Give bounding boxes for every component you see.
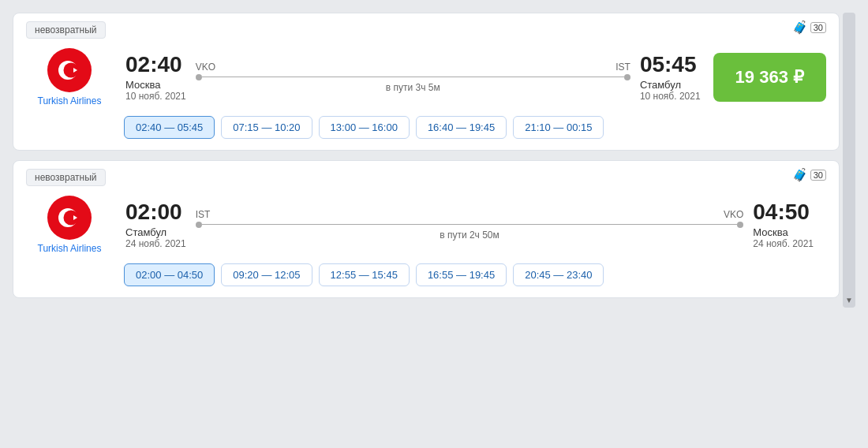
flight-times-row-1: 02:40 Москва 10 нояб. 2021 VKO IST xyxy=(125,53,701,102)
baggage-area-2: 🧳 30 xyxy=(780,161,839,182)
to-code-1: IST xyxy=(615,62,630,73)
route-middle-1: VKO IST в пути 3ч 5м xyxy=(186,62,640,93)
arrival-time-1: 05:45 xyxy=(640,53,701,77)
duration-1: в пути 3ч 5м xyxy=(386,82,440,93)
departure-date-2: 24 нояб. 2021 xyxy=(125,238,186,249)
airline-logo-1 xyxy=(47,48,92,92)
baggage-area-1: 🧳 30 xyxy=(780,13,839,35)
time-option-1-1[interactable]: 07:15 — 10:20 xyxy=(221,116,312,139)
page-wrapper: невозвратный 🧳 30 xyxy=(13,13,855,308)
airport-codes-1: VKO IST xyxy=(196,62,630,73)
baggage-num-1: 30 xyxy=(810,22,826,33)
arrival-block-1: 05:45 Стамбул 10 нояб. 2021 xyxy=(640,53,701,102)
route-dot-end-2 xyxy=(737,222,743,228)
from-code-2: IST xyxy=(196,209,211,220)
price-button-1[interactable]: 19 363 ₽ xyxy=(713,53,826,102)
time-option-1-4[interactable]: 21:10 — 00:15 xyxy=(513,116,604,139)
arrival-city-2: Москва xyxy=(753,226,814,238)
flight-options-2: 02:00 — 04:50 09:20 — 12:05 12:55 — 15:4… xyxy=(13,263,839,297)
airline-logo-2 xyxy=(47,196,92,240)
departure-block-1: 02:40 Москва 10 нояб. 2021 xyxy=(125,53,186,102)
flight-main-2: Turkish Airlines 02:00 Стамбул 24 нояб. … xyxy=(13,186,839,263)
route-line-2 xyxy=(196,222,744,228)
baggage-badge-2: 🧳 30 xyxy=(792,167,826,182)
flight-main-1: Turkish Airlines 02:40 Москва 10 нояб. 2… xyxy=(13,39,839,116)
route-dot-start-2 xyxy=(196,222,202,228)
time-option-2-4[interactable]: 20:45 — 23:40 xyxy=(513,263,604,286)
airline-info-1: Turkish Airlines xyxy=(26,48,113,106)
arrival-date-1: 10 нояб. 2021 xyxy=(640,91,701,102)
non-refundable-badge-2: невозвратный xyxy=(26,169,106,186)
time-option-1-3[interactable]: 16:40 — 19:45 xyxy=(416,116,507,139)
baggage-badge-1: 🧳 30 xyxy=(792,20,826,35)
departure-block-2: 02:00 Стамбул 24 нояб. 2021 xyxy=(125,200,186,249)
scrollbar: ▼ xyxy=(843,13,855,308)
time-option-2-3[interactable]: 16:55 — 19:45 xyxy=(416,263,507,286)
departure-time-2: 02:00 xyxy=(125,200,186,225)
airline-name-1: Turkish Airlines xyxy=(38,95,102,106)
right-section-1: 19 363 ₽ xyxy=(713,53,826,102)
duration-2: в пути 2ч 50м xyxy=(440,230,499,241)
baggage-num-2: 30 xyxy=(810,170,826,181)
route-middle-2: IST VKO в пути 2ч 50м xyxy=(186,209,754,241)
departure-city-1: Москва xyxy=(125,79,186,91)
arrival-city-1: Стамбул xyxy=(640,79,701,91)
route-dot-end-1 xyxy=(624,74,630,80)
scroll-down-arrow[interactable]: ▼ xyxy=(843,292,855,308)
time-option-1-0[interactable]: 02:40 — 05:45 xyxy=(124,116,215,139)
flight-options-1: 02:40 — 05:45 07:15 — 10:20 13:00 — 16:0… xyxy=(13,116,839,150)
time-option-2-1[interactable]: 09:20 — 12:05 xyxy=(221,263,312,286)
flight-details-2: 02:00 Стамбул 24 нояб. 2021 IST VKO xyxy=(125,200,814,249)
time-option-2-2[interactable]: 12:55 — 15:45 xyxy=(319,263,410,286)
suitcase-icon-1: 🧳 xyxy=(792,20,808,35)
suitcase-icon-2: 🧳 xyxy=(792,167,808,182)
to-code-2: VKO xyxy=(724,209,743,220)
airline-name-2: Turkish Airlines xyxy=(38,243,102,254)
airline-info-2: Turkish Airlines xyxy=(26,196,113,254)
arrival-date-2: 24 нояб. 2021 xyxy=(753,238,814,249)
route-line-body-2 xyxy=(202,224,738,225)
flight-card-1: невозвратный 🧳 30 xyxy=(13,13,840,151)
airport-codes-2: IST VKO xyxy=(196,209,744,220)
flight-card-2: невозвратный 🧳 30 Turkish Ai xyxy=(13,160,840,298)
departure-city-2: Стамбул xyxy=(125,226,186,238)
arrival-time-2: 04:50 xyxy=(753,200,814,225)
route-line-body-1 xyxy=(202,77,624,77)
time-option-2-0[interactable]: 02:00 — 04:50 xyxy=(124,263,215,286)
route-dot-start-1 xyxy=(196,74,202,80)
departure-date-1: 10 нояб. 2021 xyxy=(125,91,186,102)
time-option-1-2[interactable]: 13:00 — 16:00 xyxy=(319,116,410,139)
departure-time-1: 02:40 xyxy=(125,53,186,77)
non-refundable-badge-1: невозвратный xyxy=(26,21,106,39)
route-line-1 xyxy=(196,74,630,80)
arrival-block-2: 04:50 Москва 24 нояб. 2021 xyxy=(753,200,814,249)
flights-container: невозвратный 🧳 30 xyxy=(13,13,855,308)
flight-times-row-2: 02:00 Стамбул 24 нояб. 2021 IST VKO xyxy=(125,200,814,249)
from-code-1: VKO xyxy=(196,62,215,73)
flight-details-1: 02:40 Москва 10 нояб. 2021 VKO IST xyxy=(125,53,701,102)
